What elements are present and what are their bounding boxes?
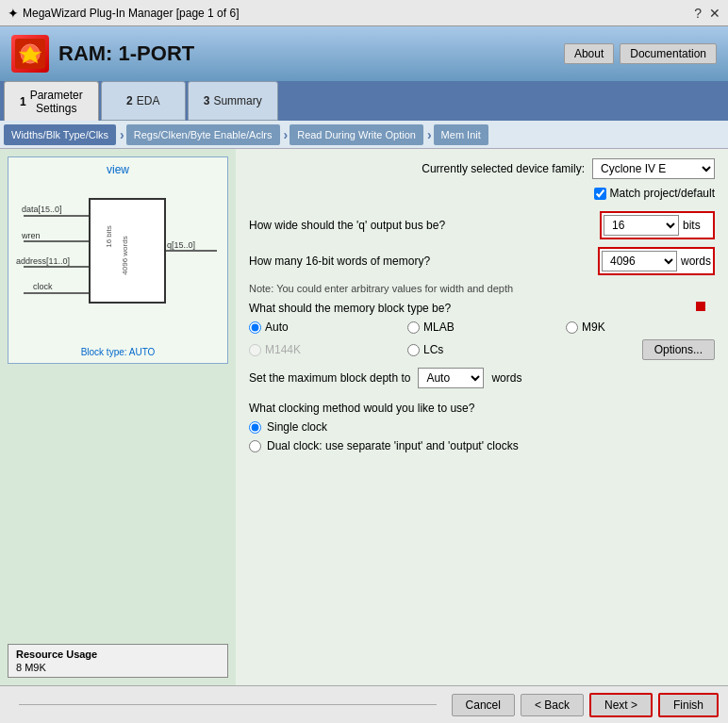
width-unit: bits — [683, 219, 711, 232]
resource-box: Resource Usage 8 M9K — [8, 644, 228, 678]
radio-m144k-input — [249, 344, 261, 356]
diagram-title: view — [14, 163, 222, 176]
header-buttons: About Documentation — [564, 43, 717, 64]
block-type-question: What should the memory block type be? — [249, 302, 715, 315]
svg-text:q[15..0]: q[15..0] — [167, 240, 195, 250]
radio-m144k-label: M144K — [265, 343, 301, 356]
radio-m9k-input[interactable] — [566, 321, 578, 334]
depth-row: How many 16-bit words of memory? 4096 20… — [249, 247, 715, 275]
resource-title: Resource Usage — [16, 649, 220, 660]
back-button[interactable]: < Back — [521, 694, 584, 716]
clock-single-radio[interactable] — [249, 421, 261, 434]
radio-m9k: M9K — [566, 320, 715, 334]
clock-dual: Dual clock: use separate 'input' and 'ou… — [249, 439, 715, 452]
svg-text:address[11..0]: address[11..0] — [16, 256, 70, 266]
next-button[interactable]: Next > — [589, 693, 653, 717]
bc-regs[interactable]: Regs/Clken/Byte Enable/Aclrs — [126, 124, 280, 145]
clock-dual-radio[interactable] — [249, 440, 261, 452]
block-type-grid: Auto MLAB M9K M144K LCs — [249, 320, 715, 360]
tab-parameter-settings[interactable]: 1 ParameterSettings — [4, 81, 99, 121]
tab3-number: 3 — [204, 94, 210, 107]
tabs-bar: 1 ParameterSettings 2 EDA 3 Summary — [0, 81, 728, 121]
tab-eda[interactable]: 2 EDA — [101, 81, 186, 121]
options-button[interactable]: Options... — [642, 339, 715, 360]
match-row: Match project/default — [249, 187, 715, 200]
radio-auto-input[interactable] — [249, 321, 261, 334]
max-depth-row: Set the maximum block depth to Auto 256 … — [249, 368, 715, 388]
about-button[interactable]: About — [564, 43, 614, 64]
radio-m9k-label: M9K — [582, 320, 605, 334]
depth-highlight-box: 4096 2048 8192 words — [598, 247, 715, 275]
diagram-footer: Block type: AUTO — [14, 347, 222, 357]
app-icon — [11, 35, 49, 73]
left-panel: view data[15..0] wren address[11..0] q[1… — [0, 149, 236, 685]
width-question: How wide should the 'q' output bus be? — [249, 219, 445, 232]
bc-arrow-3: › — [427, 127, 432, 142]
block-type-section: What should the memory block type be? Au… — [249, 302, 715, 360]
bc-mem[interactable]: Mem Init — [434, 124, 488, 145]
ram-diagram: data[15..0] wren address[11..0] q[15..0]… — [14, 180, 222, 340]
clock-dual-label: Dual clock: use separate 'input' and 'ou… — [267, 439, 519, 452]
device-label: Currently selected device family: — [422, 162, 585, 175]
main-layout: view data[15..0] wren address[11..0] q[1… — [0, 149, 728, 685]
radio-mlab-label: MLAB — [423, 320, 455, 334]
header: RAM: 1-PORT About Documentation — [0, 26, 728, 81]
clock-single: Single clock — [249, 420, 715, 434]
svg-text:4096 words: 4096 words — [121, 236, 129, 274]
radio-lcs-input[interactable] — [407, 344, 420, 356]
radio-mlab: MLAB — [407, 320, 556, 334]
radio-mlab-input[interactable] — [407, 321, 420, 334]
clock-question: What clocking method would you like to u… — [249, 402, 715, 415]
title-bar: ✦ MegaWizard Plug-In Manager [page 1 of … — [0, 0, 728, 26]
radio-lcs: LCs — [407, 339, 556, 360]
bottom-bar: Cancel < Back Next > Finish — [0, 685, 728, 723]
note-text: Note: You could enter arbitrary values f… — [249, 283, 715, 294]
width-select[interactable]: 16 8 32 — [604, 215, 679, 236]
svg-text:data[15..0]: data[15..0] — [22, 205, 62, 214]
radio-lcs-label: LCs — [423, 343, 443, 356]
tab1-number: 1 — [20, 95, 26, 108]
clock-section: What clocking method would you like to u… — [249, 402, 715, 452]
match-label: Match project/default — [610, 187, 715, 200]
close-button[interactable]: ✕ — [709, 6, 720, 21]
radio-m144k: M144K — [249, 339, 398, 360]
cancel-button[interactable]: Cancel — [452, 694, 515, 716]
width-highlight-box: 16 8 32 bits — [600, 211, 715, 239]
max-depth-label: Set the maximum block depth to — [249, 371, 410, 385]
tab2-label: EDA — [137, 94, 160, 107]
max-depth-unit: words — [491, 371, 521, 385]
bc-widths[interactable]: Widths/Blk Type/Clks — [4, 124, 116, 145]
finish-button[interactable]: Finish — [658, 693, 719, 717]
bc-arrow-1: › — [120, 127, 124, 142]
depth-select[interactable]: 4096 2048 8192 — [602, 251, 677, 271]
bottom-separator — [19, 704, 437, 705]
svg-text:clock: clock — [33, 282, 53, 291]
tab1-label: ParameterSettings — [30, 89, 83, 115]
clock-options: Single clock Dual clock: use separate 'i… — [249, 420, 715, 452]
svg-text:16 bits: 16 bits — [105, 225, 113, 248]
options-cell: Options... — [566, 339, 715, 360]
tab2-number: 2 — [126, 94, 133, 107]
documentation-button[interactable]: Documentation — [620, 43, 717, 64]
depth-unit: words — [681, 255, 711, 268]
radio-auto: Auto — [249, 320, 398, 334]
bc-read[interactable]: Read During Write Option — [290, 124, 423, 145]
header-title: RAM: 1-PORT — [58, 41, 194, 66]
help-button[interactable]: ? — [694, 6, 702, 21]
diagram-box: view data[15..0] wren address[11..0] q[1… — [8, 156, 228, 364]
system-icon: ✦ — [8, 6, 19, 21]
width-row: How wide should the 'q' output bus be? 1… — [249, 211, 715, 239]
depth-question: How many 16-bit words of memory? — [249, 255, 430, 268]
title-bar-text: MegaWizard Plug-In Manager [page 1 of 6] — [23, 7, 239, 20]
red-indicator — [696, 302, 705, 311]
radio-auto-label: Auto — [265, 320, 289, 334]
tab3-label: Summary — [213, 94, 261, 107]
svg-text:wren: wren — [21, 231, 41, 240]
clock-single-label: Single clock — [267, 420, 327, 434]
match-checkbox[interactable] — [594, 188, 606, 200]
header-title-group: RAM: 1-PORT — [11, 35, 194, 73]
device-row: Currently selected device family: Cyclon… — [249, 158, 715, 179]
max-depth-select[interactable]: Auto 256 512 1024 2048 — [418, 368, 484, 388]
device-select[interactable]: Cyclone IV E — [592, 158, 715, 179]
tab-summary[interactable]: 3 Summary — [188, 81, 278, 121]
